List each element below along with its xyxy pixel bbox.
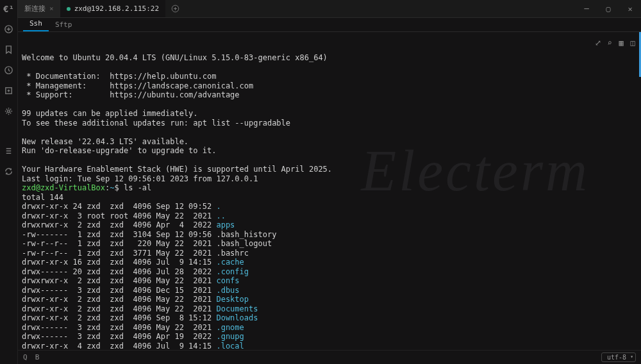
minimize-button[interactable]: ─ (576, 0, 597, 17)
titlebar: €¹ 新连接 × zxd@192.168.2.115:22 ─ ▢ ✕ (0, 0, 641, 18)
motd-doc: * Documentation: https://help.ubuntu.com (22, 72, 216, 81)
svg-point-4 (8, 110, 10, 112)
tab-sftp[interactable]: Sftp (49, 18, 79, 31)
motd-hwe: Your Hardware Enablement Stack (HWE) is … (22, 165, 332, 174)
subtabs: Ssh Sftp (18, 18, 641, 32)
tab-ssh[interactable]: Ssh (23, 17, 49, 31)
status-b[interactable]: B (35, 353, 40, 361)
ls-listing: drwxr-xr-x 24 zxd zxd 4096 Sep 12 09:52 … (22, 202, 637, 350)
motd-updates-hint: To see these additional updates run: apt… (22, 119, 290, 128)
status-dot-icon (67, 7, 71, 11)
sidebar (0, 18, 18, 364)
motd-release-hint: Run 'do-release-upgrade' to upgrade to i… (22, 146, 216, 155)
motd-mgmt: * Management: https://landscape.canonica… (22, 81, 253, 90)
status-left: Q B (23, 353, 39, 361)
history-icon[interactable] (2, 63, 16, 77)
transfer-icon[interactable] (2, 83, 16, 97)
statusbar: Q B utf-8 (18, 350, 641, 364)
encoding-select[interactable]: utf-8 (601, 352, 636, 362)
app-logo[interactable]: €¹ (0, 0, 18, 18)
ls-total: total 144 (22, 193, 63, 202)
motd-release: New release '22.04.3 LTS' available. (22, 137, 188, 146)
titlebar-left: €¹ 新连接 × zxd@192.168.2.115:22 (0, 0, 576, 17)
tab-label: zxd@192.168.2.115:22 (74, 4, 159, 13)
terminal-output[interactable]: Electerm Welcome to Ubuntu 20.04.4 LTS (… (18, 32, 641, 350)
tab-label: 新连接 (24, 4, 46, 13)
status-right: utf-8 (601, 353, 636, 361)
tab-ssh-session[interactable]: zxd@192.168.2.115:22 (60, 0, 165, 17)
maximize-button[interactable]: ▢ (597, 0, 619, 17)
status-q[interactable]: Q (23, 353, 28, 361)
tab-new-connection[interactable]: 新连接 × (18, 0, 60, 17)
close-button[interactable]: ✕ (619, 0, 641, 17)
window-controls: ─ ▢ ✕ (576, 0, 641, 17)
new-session-icon[interactable] (2, 22, 16, 36)
watermark: Electerm (361, 167, 590, 176)
tab-close-icon[interactable]: × (49, 4, 54, 13)
add-tab-button[interactable] (168, 2, 182, 16)
sync-icon[interactable] (2, 164, 16, 178)
motd-updates: 99 updates can be applied immediately. (22, 109, 198, 118)
main: Ssh Sftp ⤢ ⌕ ▦ ◫ Electerm Welcome to Ubu… (18, 18, 641, 350)
settings-icon[interactable] (2, 104, 16, 118)
bookmark-icon[interactable] (2, 42, 16, 56)
prompt-line: zxd@zxd-VirtualBox:~$ ls -al (22, 183, 151, 192)
list-icon[interactable] (2, 144, 16, 158)
motd-lastlogin: Last login: Tue Sep 12 09:56:01 2023 fro… (22, 174, 258, 183)
motd-welcome: Welcome to Ubuntu 20.04.4 LTS (GNU/Linux… (22, 53, 328, 62)
motd-support: * Support: https://ubuntu.com/advantage (22, 90, 240, 99)
